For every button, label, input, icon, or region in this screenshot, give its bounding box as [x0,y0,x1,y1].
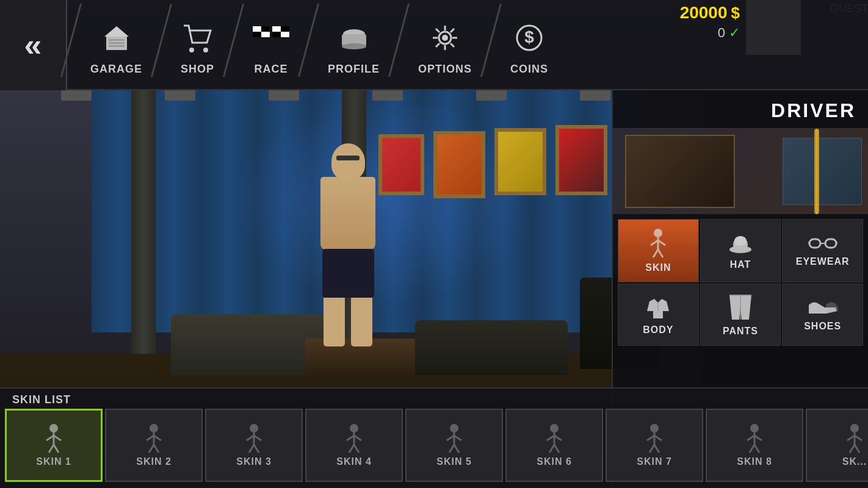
skin-item-label-8: SKIN 8 [737,456,772,467]
svg-rect-41 [734,236,747,246]
back-button[interactable]: « [0,0,67,90]
svg-line-59 [154,436,161,440]
svg-line-96 [750,445,754,453]
sofa-right [415,320,568,375]
eyewear-label: EYEWEAR [796,256,850,267]
svg-line-94 [747,436,754,440]
skin-item-4[interactable]: SKIN 4 [305,409,403,482]
cat-btn-body[interactable]: BODY [618,284,699,346]
svg-point-22 [442,35,448,41]
pants-icon [727,293,754,322]
nav-item-race[interactable]: RACE [234,17,308,83]
svg-line-60 [149,445,154,453]
skin-item-5[interactable]: SKIN 5 [405,409,503,482]
char-leg-left [324,298,345,346]
svg-line-102 [850,445,855,453]
hat-icon [728,231,753,256]
svg-rect-8 [253,26,261,32]
skin-item-label-4: SKIN 4 [336,456,372,467]
nav-item-garage[interactable]: GARAGE [72,17,161,83]
skin-item-label-1: SKIN 1 [36,456,71,467]
svg-rect-14 [281,26,289,32]
options-icon [430,23,460,59]
char-shorts [322,249,374,298]
svg-line-28 [450,43,454,47]
garage-label: GARAGE [90,63,142,76]
svg-line-83 [554,436,562,440]
svg-rect-13 [272,26,281,32]
race-label: RACE [255,63,288,76]
svg-line-90 [649,445,654,453]
score-display: 0 ✓ [718,25,740,41]
cat-btn-pants[interactable]: PANTS [700,284,781,346]
svg-line-89 [654,436,662,440]
svg-line-71 [354,436,361,440]
coins-hud: 20000 $ 0 ✓ [680,3,740,41]
nav-item-profile[interactable]: PROFILE [309,17,398,83]
cat-btn-shoes[interactable]: SHOES [782,284,863,346]
panel-decor-1 [625,135,735,208]
svg-line-66 [249,445,254,453]
svg-line-103 [855,445,859,453]
panel-decor-2 [783,138,862,205]
nav-item-options[interactable]: OPTIONS [400,17,490,83]
svg-rect-43 [825,239,836,248]
nav-item-coins[interactable]: $ COINS [492,17,566,83]
categories-grid: SKIN HAT EYEWEAR [613,214,868,351]
poster-3 [494,128,546,195]
eyewear-icon [808,234,837,253]
skin-item-1[interactable]: SKIN 1 [5,409,103,482]
svg-line-97 [754,445,759,453]
cat-btn-eyewear[interactable]: EYEWEAR [782,219,863,282]
svg-point-62 [250,424,258,432]
svg-line-52 [46,436,54,440]
svg-line-84 [549,445,554,453]
nav-item-shop[interactable]: SHOP [162,17,233,83]
skin-list-area: SKIN LIST SKIN 1 SKIN 2 SKIN 3 [0,387,868,488]
svg-line-64 [247,436,254,440]
svg-rect-3 [109,42,125,44]
skin-item-2[interactable]: SKIN 2 [105,409,203,482]
poster-4 [555,125,607,195]
options-label: OPTIONS [418,63,472,76]
svg-marker-0 [104,26,129,37]
svg-line-38 [658,249,663,257]
svg-line-58 [146,436,154,440]
driver-title: DRIVER [613,90,868,129]
svg-line-77 [454,436,461,440]
svg-rect-9 [261,26,270,32]
svg-line-78 [449,445,454,453]
garage-icon [101,23,132,59]
skin-item-9[interactable]: SK... [806,409,868,482]
skin-item-7[interactable]: SKIN 7 [606,409,703,482]
profile-icon [339,23,369,59]
svg-line-65 [254,436,261,440]
skin-label: SKIN [645,262,671,273]
svg-line-82 [547,436,554,440]
score-value: 0 [718,25,725,41]
skin-item-label-6: SKIN 6 [537,456,572,467]
cat-btn-hat[interactable]: HAT [700,219,781,282]
skin-item-3[interactable]: SKIN 3 [205,409,303,482]
svg-point-92 [750,424,759,432]
skin-item-label-7: SKIN 7 [637,456,672,467]
char-leg-right [351,298,372,346]
svg-point-33 [654,229,662,237]
skin-icon [646,228,670,259]
char-torso [320,177,375,250]
svg-point-74 [450,424,458,432]
body-label: BODY [643,325,673,336]
coins-icon: $ [514,23,544,59]
skin-item-label-2: SKIN 2 [136,456,172,467]
skin-item-6[interactable]: SKIN 6 [505,409,603,482]
char-glasses [336,156,360,160]
svg-line-30 [436,43,439,47]
pants-label: PANTS [723,326,758,337]
svg-point-80 [550,424,559,432]
svg-rect-4 [109,45,125,47]
svg-point-20 [342,43,366,49]
skin-item-8[interactable]: SKIN 8 [706,409,803,482]
cat-btn-skin[interactable]: SKIN [618,219,699,282]
svg-text:$: $ [524,27,534,46]
svg-point-5 [189,48,194,52]
